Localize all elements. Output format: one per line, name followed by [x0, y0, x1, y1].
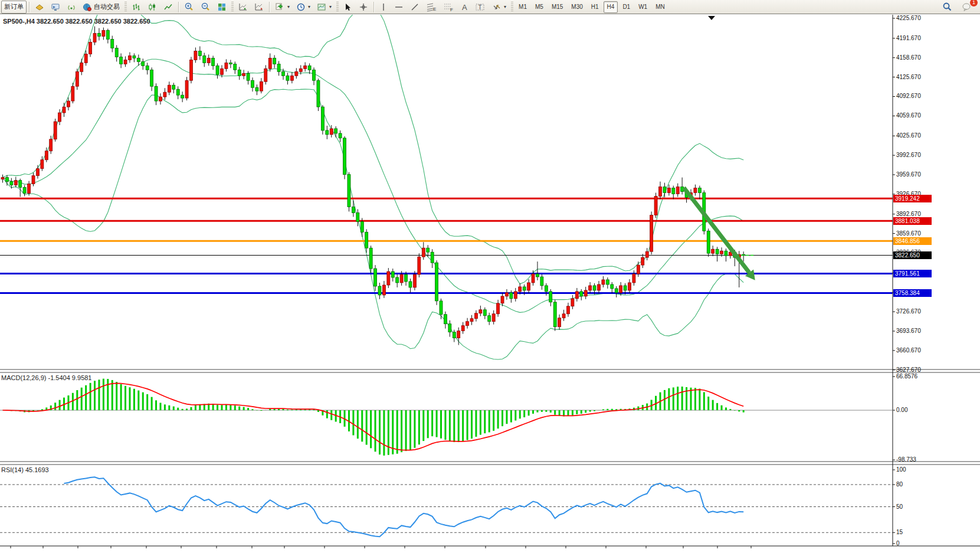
- candle-body: [510, 293, 513, 299]
- signals-button[interactable]: [64, 1, 79, 14]
- candle-body: [365, 232, 368, 248]
- timeframe-d1[interactable]: D1: [619, 1, 634, 13]
- bollinger-band: [3, 89, 744, 359]
- auto-scroll-button[interactable]: [235, 1, 251, 14]
- terminal-button[interactable]: [48, 1, 63, 14]
- candlestick-chart-button[interactable]: [145, 1, 160, 14]
- chart-shift-button[interactable]: [251, 1, 267, 14]
- cursor-button[interactable]: [340, 1, 355, 14]
- timeframe-h4[interactable]: H4: [604, 1, 618, 13]
- timeframe-h1[interactable]: H1: [588, 1, 602, 13]
- rsi-tick-label: 100: [896, 466, 906, 473]
- candle-body: [523, 287, 526, 290]
- notifications-button[interactable]: 1: [959, 1, 975, 14]
- zoom-in-button[interactable]: [181, 1, 197, 14]
- rsi-tick-label: 0: [896, 540, 900, 547]
- tile-windows-icon: [217, 2, 227, 12]
- bar-chart-button[interactable]: [129, 1, 144, 14]
- zoom-out-button[interactable]: [198, 1, 214, 14]
- candle-body: [28, 184, 31, 194]
- candle-body: [562, 314, 565, 318]
- new-chart-button[interactable]: ▾: [272, 1, 293, 14]
- candle-body: [514, 292, 517, 299]
- candle-body: [348, 175, 350, 207]
- candle-body: [712, 249, 714, 253]
- text-button[interactable]: A: [457, 1, 471, 14]
- candle-body: [716, 249, 719, 254]
- search-button[interactable]: [939, 1, 955, 14]
- arrows-button[interactable]: ▾: [489, 1, 509, 14]
- price-tick-label: 3992.670: [896, 152, 921, 159]
- candle-body: [229, 63, 232, 64]
- candle-body: [654, 197, 657, 215]
- new-order-button[interactable]: 新订单: [1, 1, 27, 14]
- candle-body: [203, 55, 206, 63]
- price-tick-label: 4158.670: [896, 54, 921, 61]
- timeframe-m30[interactable]: M30: [568, 1, 586, 13]
- timeframe-m1[interactable]: M1: [515, 1, 530, 13]
- templates-button[interactable]: ▾: [314, 1, 335, 14]
- price-tick-label: 3859.670: [896, 230, 921, 237]
- candle-body: [580, 292, 583, 296]
- text-label-button[interactable]: T: [472, 1, 489, 14]
- channel-button[interactable]: F: [440, 1, 457, 14]
- terminal-icon: [51, 2, 60, 12]
- candle-body: [163, 92, 166, 97]
- candle-body: [304, 66, 307, 68]
- candle-body: [84, 54, 87, 63]
- candle-body: [71, 86, 74, 101]
- vertical-line-button[interactable]: [376, 1, 391, 14]
- candle-body: [396, 277, 399, 283]
- timeframe-bar: M1M5M15M30H1H4D1W1MN: [515, 1, 668, 13]
- candle-body: [80, 63, 83, 71]
- tile-windows-button[interactable]: [214, 1, 230, 14]
- rsi-tick-label: 15: [896, 529, 903, 536]
- candle-body: [207, 58, 210, 63]
- trendline-button[interactable]: [407, 1, 422, 14]
- macd-tick-label: 66.8576: [896, 373, 917, 380]
- horizontal-line-button[interactable]: [391, 1, 407, 14]
- candle-body: [540, 277, 543, 286]
- rsi-tick-label: 80: [896, 481, 903, 488]
- candle-body: [676, 187, 679, 194]
- timeframe-m15[interactable]: M15: [548, 1, 566, 13]
- macd-tick-label: -98.733: [896, 456, 916, 463]
- price-tick-label: 3627.670: [896, 367, 921, 374]
- candle-body: [176, 89, 179, 95]
- autotrade-button[interactable]: 自动交易: [80, 1, 123, 14]
- line-chart-icon: [163, 2, 173, 12]
- vertical-line-icon: [379, 2, 388, 12]
- candle-body: [505, 293, 508, 296]
- candle-body: [369, 248, 372, 269]
- clock-icon: [296, 2, 306, 12]
- chart-shift-marker[interactable]: [708, 16, 715, 20]
- rsi-indicator-label: RSI(14) 45.1693: [1, 466, 49, 473]
- candle-body: [23, 188, 26, 194]
- candle-body: [343, 138, 346, 175]
- candle-body: [335, 129, 337, 133]
- candle-body: [238, 70, 241, 76]
- crosshair-icon: [359, 2, 368, 12]
- market-watch-button[interactable]: [32, 1, 47, 14]
- candle-body: [641, 257, 644, 265]
- timeframe-w1[interactable]: W1: [635, 1, 651, 13]
- sell-arrow-line[interactable]: [684, 188, 749, 273]
- chart-canvas[interactable]: [0, 15, 980, 556]
- toolbar-separator: [29, 2, 30, 12]
- candle-body: [427, 248, 430, 252]
- trendline-icon: [410, 2, 419, 12]
- candle-body: [545, 286, 548, 292]
- timeframe-mn[interactable]: MN: [652, 1, 668, 13]
- chart-area[interactable]: SP500-,H4 3822.650 3822.650 3822.650 382…: [0, 15, 980, 556]
- price-tick-label: 4092.670: [896, 93, 921, 100]
- price-tick-label: 4059.670: [896, 112, 921, 119]
- fibonacci-button[interactable]: E: [423, 1, 440, 14]
- periods-button[interactable]: ▾: [293, 1, 313, 14]
- crosshair-button[interactable]: [356, 1, 371, 14]
- candle-body: [282, 71, 285, 76]
- price-tick-label: 4125.670: [896, 74, 921, 81]
- text-label-icon: T: [475, 2, 486, 12]
- price-tick-label: 3959.670: [896, 171, 921, 178]
- timeframe-m5[interactable]: M5: [532, 1, 547, 13]
- line-chart-button[interactable]: [160, 1, 176, 14]
